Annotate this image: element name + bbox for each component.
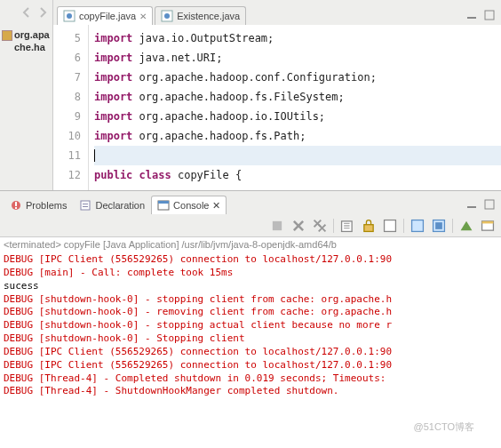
package-item[interactable]: org.apache.ha [2, 28, 51, 54]
tab-label: Declaration [95, 200, 145, 211]
tab-label: Existence.java [177, 11, 240, 21]
tab-close-icon[interactable]: ✕ [139, 12, 147, 21]
word-wrap-icon[interactable] [382, 218, 398, 234]
pin-console-icon[interactable] [410, 218, 425, 234]
svg-rect-24 [482, 220, 494, 223]
tab-declaration[interactable]: Declaration [73, 196, 151, 214]
svg-rect-9 [81, 201, 90, 210]
scroll-lock-icon[interactable] [361, 218, 377, 234]
java-file-icon [161, 10, 173, 22]
console-output[interactable]: DEBUG [IPC Client (556529265) connection… [0, 252, 501, 448]
svg-point-3 [164, 13, 170, 19]
tab-label: copyFile.java [79, 11, 136, 21]
line-number-gutter: 56789101112 [53, 25, 89, 190]
editor-area[interactable]: 56789101112 import java.io.OutputStream;… [53, 25, 501, 190]
nav-content: org.apache.ha [0, 25, 52, 190]
open-console-icon[interactable] [458, 218, 474, 234]
svg-rect-10 [83, 204, 88, 204]
editor-tab-bar: copyFile.java ✕ Existence.java [53, 0, 501, 25]
bottom-tab-bar: Problems Declaration Console ✕ [0, 191, 501, 214]
back-arrow-icon[interactable] [20, 6, 33, 19]
package-label: org.apache.ha [14, 28, 51, 54]
process-label: <terminated> copyFile [Java Application]… [0, 237, 501, 252]
new-console-icon[interactable] [480, 218, 496, 234]
problems-icon [10, 199, 22, 212]
forward-arrow-icon[interactable] [36, 6, 49, 19]
package-explorer-pane: org.apache.ha [0, 0, 53, 190]
svg-rect-14 [467, 206, 476, 208]
console-toolbar [0, 214, 501, 237]
remove-all-icon[interactable] [312, 218, 328, 234]
package-icon [2, 30, 12, 41]
editor-pane: copyFile.java ✕ Existence.java 567891011… [53, 0, 501, 190]
console-icon [157, 199, 170, 212]
top-pane: org.apache.ha copyFile.java ✕ Existence.… [0, 0, 501, 191]
svg-rect-8 [15, 207, 17, 209]
tab-copyfile[interactable]: copyFile.java ✕ [57, 6, 153, 25]
svg-rect-7 [15, 202, 17, 206]
svg-rect-4 [467, 17, 476, 19]
minimize-pane-icon[interactable] [465, 9, 478, 21]
tab-existence[interactable]: Existence.java [155, 6, 246, 25]
maximize-pane-icon[interactable] [483, 198, 496, 211]
remove-launch-icon[interactable] [290, 218, 306, 234]
maximize-pane-icon[interactable] [483, 9, 496, 21]
svg-rect-20 [412, 220, 424, 231]
svg-rect-5 [485, 11, 494, 20]
svg-rect-15 [485, 200, 494, 209]
svg-rect-19 [385, 220, 396, 231]
tab-label: Console [173, 200, 209, 211]
svg-rect-11 [83, 206, 88, 207]
svg-rect-18 [364, 224, 373, 231]
tab-problems[interactable]: Problems [4, 196, 73, 214]
svg-rect-22 [435, 222, 442, 229]
java-file-icon [63, 10, 76, 22]
minimize-pane-icon[interactable] [465, 198, 478, 211]
tab-label: Problems [26, 200, 67, 211]
svg-rect-13 [158, 201, 169, 204]
bottom-pane: Problems Declaration Console ✕ <termin [0, 191, 501, 448]
declaration-icon [79, 199, 91, 212]
code-content[interactable]: import java.io.OutputStream;import java.… [89, 25, 501, 190]
terminate-icon[interactable] [269, 218, 285, 234]
svg-rect-16 [273, 220, 282, 229]
nav-toolbar [0, 0, 52, 25]
svg-point-1 [67, 13, 72, 19]
tab-close-icon[interactable]: ✕ [212, 200, 220, 212]
clear-console-icon[interactable] [339, 218, 355, 234]
tab-console[interactable]: Console ✕ [151, 196, 227, 214]
display-selected-icon[interactable] [431, 218, 447, 234]
